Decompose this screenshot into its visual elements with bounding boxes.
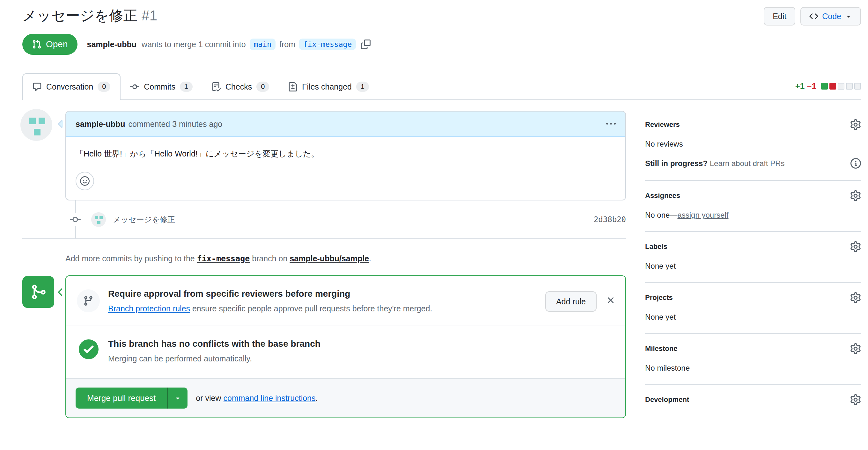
- pr-number: #1: [142, 8, 158, 23]
- info-icon: [850, 158, 861, 169]
- assignees-header[interactable]: Assignees: [645, 190, 861, 201]
- gear-icon[interactable]: [850, 343, 861, 354]
- protection-description: ensure specific people approve pull requ…: [190, 304, 432, 313]
- merge-conflicts-section: This branch has no conflicts with the ba…: [66, 325, 625, 379]
- commit-message-link[interactable]: メッセージを修正: [113, 215, 175, 225]
- push-hint-text-2: branch on: [250, 254, 289, 263]
- merge-button-group: Merge pull request: [75, 388, 187, 409]
- merge-text: wants to merge 1 commit into: [142, 40, 246, 49]
- assignees-title: Assignees: [645, 192, 680, 200]
- merge-pull-request-button[interactable]: Merge pull request: [75, 388, 167, 409]
- projects-header[interactable]: Projects: [645, 292, 861, 303]
- comment-card: sample-ubbu commented 3 minutes ago 「Hel…: [65, 111, 626, 200]
- milestone-header[interactable]: Milestone: [645, 343, 861, 354]
- commit-row: メッセージを修正 2d38b20: [66, 212, 626, 227]
- branch-protection-rules-link[interactable]: Branch protection rules: [108, 304, 190, 313]
- git-branch-icon-circle: [77, 289, 100, 312]
- gear-icon[interactable]: [850, 119, 861, 130]
- head-branch-label[interactable]: fix-message: [299, 38, 356, 50]
- comment-header: sample-ubbu commented 3 minutes ago: [66, 111, 625, 137]
- add-reaction-button[interactable]: [75, 172, 94, 190]
- push-hint-text: Add more commits by pushing to the: [65, 254, 197, 263]
- gear-icon[interactable]: [850, 394, 861, 405]
- comment-menu-button[interactable]: [606, 119, 616, 129]
- diff-block-deleted: [829, 83, 836, 90]
- gear-icon[interactable]: [850, 241, 861, 252]
- development-header[interactable]: Development: [645, 394, 861, 405]
- pr-tabs: Conversation0 Commits1 Checks0 Files cha…: [22, 73, 861, 100]
- projects-empty: None yet: [645, 313, 861, 322]
- copy-branch-button[interactable]: [361, 39, 371, 49]
- milestone-empty: No milestone: [645, 364, 861, 373]
- commit-icon: [130, 82, 140, 92]
- edit-button[interactable]: Edit: [764, 7, 795, 26]
- protection-title: Require approval from specific reviewers…: [108, 289, 538, 299]
- diff-block-empty: [854, 83, 861, 90]
- sidebar-section-reviewers: Reviewers No reviews Still in progress? …: [645, 111, 861, 181]
- commit-timeline: メッセージを修正 2d38b20: [22, 200, 626, 239]
- dismiss-protection-button[interactable]: [606, 295, 616, 305]
- diff-block-empty: [846, 83, 853, 90]
- pr-sidebar: Reviewers No reviews Still in progress? …: [645, 111, 861, 418]
- or-view-text: or view: [196, 394, 223, 403]
- commit-author-avatar[interactable]: [91, 212, 106, 227]
- git-merge-icon: [30, 284, 46, 300]
- comment-author[interactable]: sample-ubbu: [75, 120, 125, 129]
- pr-author[interactable]: sample-ubbu: [87, 40, 137, 49]
- no-conflicts-subtitle: Merging can be performed automatically.: [108, 354, 616, 363]
- tab-count: 1: [356, 82, 369, 92]
- command-line-instructions-link[interactable]: command line instructions: [223, 394, 315, 403]
- page-title: メッセージを修正 #1: [22, 6, 158, 25]
- development-title: Development: [645, 395, 689, 404]
- caret-down-icon: [845, 13, 852, 20]
- avatar[interactable]: [21, 109, 52, 141]
- additions-count: +1: [795, 81, 805, 91]
- tab-commits[interactable]: Commits1: [121, 74, 202, 99]
- draft-info-button[interactable]: [850, 158, 861, 169]
- comment-meta: commented 3 minutes ago: [128, 120, 223, 129]
- labels-header[interactable]: Labels: [645, 241, 861, 252]
- sidebar-section-assignees: Assignees No one—assign yourself: [645, 181, 861, 232]
- branch-protection-section: Require approval from specific reviewers…: [66, 276, 625, 325]
- pr-title-text: メッセージを修正: [22, 8, 137, 23]
- commit-sha-link[interactable]: 2d38b20: [594, 215, 626, 224]
- check-circle-icon: [79, 340, 98, 359]
- comment-text: 「Hello 世界!」から「Hello World!」にメッセージを変更しました…: [75, 149, 616, 159]
- assign-yourself-link[interactable]: assign yourself: [677, 211, 728, 219]
- deletions-count: −1: [807, 81, 816, 91]
- smiley-icon: [80, 176, 90, 186]
- reviewers-header[interactable]: Reviewers: [645, 119, 861, 130]
- pr-header: メッセージを修正 #1 Edit Code: [22, 4, 861, 26]
- header-actions: Edit Code: [764, 7, 861, 26]
- diff-block-added: [821, 83, 828, 90]
- pull-request-icon: [32, 39, 41, 49]
- push-hint-period: .: [369, 254, 371, 263]
- base-branch-label[interactable]: main: [250, 38, 276, 50]
- merge-text-2: from: [279, 40, 295, 49]
- sidebar-section-labels: Labels None yet: [645, 232, 861, 283]
- diff-block-empty: [838, 83, 844, 90]
- tab-count: 0: [256, 82, 269, 92]
- code-button[interactable]: Code: [800, 7, 861, 26]
- tab-checks[interactable]: Checks0: [202, 74, 279, 99]
- push-hint: Add more commits by pushing to the fix-m…: [65, 254, 626, 263]
- push-hint-repo-link[interactable]: sample-ubbu/sample: [289, 254, 369, 263]
- file-diff-icon: [288, 82, 298, 92]
- push-hint-branch-link[interactable]: fix-message: [197, 254, 250, 263]
- tab-files-changed[interactable]: Files changed1: [279, 74, 378, 99]
- assignees-empty: No one—assign yourself: [645, 211, 861, 220]
- no-conflicts-title: This branch has no conflicts with the ba…: [108, 339, 616, 349]
- reviewers-title: Reviewers: [645, 121, 680, 129]
- merge-actions-footer: Merge pull request or view command line …: [66, 379, 625, 417]
- sidebar-section-milestone: Milestone No milestone: [645, 334, 861, 385]
- gear-icon[interactable]: [850, 190, 861, 201]
- learn-draft-prs-link[interactable]: Learn about draft PRs: [710, 159, 785, 168]
- merge-options-dropdown[interactable]: [167, 388, 187, 409]
- command-line-hint: or view command line instructions.: [196, 394, 318, 403]
- close-icon: [606, 295, 616, 305]
- tab-count: 0: [98, 82, 110, 92]
- gear-icon[interactable]: [850, 292, 861, 303]
- draft-pr-hint: Still in progress? Learn about draft PRs: [645, 158, 861, 169]
- add-rule-button[interactable]: Add rule: [545, 291, 597, 312]
- tab-conversation[interactable]: Conversation0: [22, 73, 121, 100]
